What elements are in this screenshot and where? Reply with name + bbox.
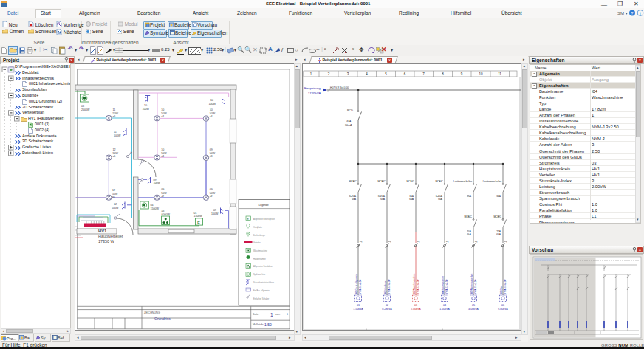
- svg-text:MCB/C: MCB/C: [377, 180, 386, 183]
- svg-text:12: 12: [113, 148, 116, 151]
- svg-text:6.00kVA: 6.00kVA: [498, 308, 508, 311]
- svg-text:25A: 25A: [467, 195, 472, 198]
- svg-text:Hauptverteiler: Hauptverteiler: [98, 234, 123, 238]
- svg-text:MCB/C: MCB/C: [349, 180, 357, 183]
- svg-text:Maßstab:: Maßstab:: [253, 323, 264, 326]
- svg-text:Herdplatte: Herdplatte: [253, 226, 263, 229]
- svg-text:Schutzkontaktsteckdose: Schutzkontaktsteckdose: [253, 281, 275, 284]
- svg-text:06: 06: [501, 304, 504, 307]
- svg-text:Allgemeine Steckdose: Allgemeine Steckdose: [253, 265, 273, 268]
- svg-text:L1: L1: [475, 241, 478, 243]
- svg-text:I02 Ventilator: I02 Ventilator: [384, 280, 387, 294]
- svg-text:04: 04: [443, 304, 446, 307]
- svg-text:12: 12: [112, 189, 115, 192]
- svg-text:100W: 100W: [211, 212, 219, 215]
- svg-text:11: 11: [498, 72, 501, 76]
- svg-text:10: 10: [210, 99, 213, 102]
- svg-text:100W: 100W: [209, 103, 216, 106]
- svg-text:03: 03: [81, 105, 84, 108]
- svg-text:11: 11: [114, 131, 117, 134]
- svg-text:6kA: 6kA: [496, 233, 501, 236]
- svg-text:H07 V-R 3x10.00: H07 V-R 3x10.00: [330, 86, 349, 89]
- svg-text:x3: x3: [210, 155, 213, 158]
- svg-text:NYM-J 3x2.50: NYM-J 3x2.50: [388, 280, 391, 294]
- svg-text:I01 Gerät allgemein: I01 Gerät allgemein: [355, 274, 358, 294]
- svg-text:Grundriss: Grundriss: [154, 317, 171, 321]
- svg-text:1.50kVA: 1.50kVA: [439, 308, 450, 311]
- svg-text:17350 W: 17350 W: [98, 239, 114, 243]
- svg-text:10: 10: [144, 104, 147, 107]
- svg-text:NYM-J 3x2.50: NYM-J 3x2.50: [359, 280, 362, 294]
- svg-text:x4: x4: [210, 115, 213, 118]
- svg-text:10: 10: [210, 108, 213, 111]
- svg-text:x2: x2: [210, 195, 213, 198]
- svg-text:12: 12: [114, 203, 117, 206]
- svg-text:05: 05: [472, 304, 475, 307]
- svg-text:E: E: [247, 217, 249, 221]
- svg-text:ZEICHNUNG:: ZEICHNUNG:: [144, 311, 160, 314]
- svg-text:50W: 50W: [113, 112, 119, 115]
- svg-text:Seite:: Seite:: [253, 313, 259, 316]
- svg-text:x5: x5: [113, 155, 116, 158]
- svg-text:x4: x4: [161, 115, 164, 118]
- svg-text:6kA: 6kA: [438, 198, 442, 201]
- svg-text:6kA: 6kA: [467, 233, 471, 236]
- svg-text:50W: 50W: [210, 112, 216, 115]
- svg-text:0.28kVA: 0.28kVA: [382, 308, 392, 311]
- svg-text:09: 09: [210, 188, 213, 191]
- svg-text:NYM-J 5x2.50: NYM-J 5x2.50: [474, 280, 477, 294]
- svg-text:E: E: [197, 221, 200, 225]
- svg-text:NYM-J 5x2.50: NYM-J 5x2.50: [504, 280, 507, 294]
- svg-text:MCB/C: MCB/C: [464, 215, 472, 218]
- svg-text:09: 09: [213, 209, 216, 212]
- svg-text:2.00kVA: 2.00kVA: [411, 308, 421, 311]
- svg-text:100W: 100W: [154, 182, 161, 184]
- svg-text:Deckenlampe: Deckenlampe: [253, 234, 265, 237]
- svg-text:30mA: 30mA: [345, 124, 352, 127]
- svg-text:NYM-J 3x2.50: NYM-J 3x2.50: [417, 280, 419, 294]
- svg-text:i: i: [640, 11, 640, 15]
- svg-text:6000W: 6000W: [162, 213, 171, 216]
- svg-text:50W: 50W: [161, 192, 167, 195]
- svg-text:10: 10: [161, 108, 164, 111]
- svg-text:50W: 50W: [113, 152, 119, 155]
- svg-text:50W: 50W: [210, 152, 216, 155]
- svg-text:MCB/C: MCB/C: [406, 180, 414, 183]
- svg-text:I03 Waschmaschine: I03 Waschmaschine: [413, 273, 416, 294]
- svg-text:Verteiler: Verteiler: [253, 241, 261, 244]
- svg-text:50W: 50W: [161, 152, 167, 155]
- svg-text:Waschmaschine: Waschmaschine: [253, 249, 267, 252]
- svg-text:Ein/Aus- allgemein: Ein/Aus- allgemein: [253, 289, 270, 292]
- svg-text:MCB/C: MCB/C: [435, 180, 443, 183]
- svg-text:Spülmaschine: Spülmaschine: [253, 273, 266, 276]
- svg-text:MCB/C: MCB/C: [493, 215, 501, 218]
- svg-text:x4: x4: [161, 155, 164, 158]
- svg-text:4.00kVA: 4.00kVA: [468, 308, 479, 311]
- svg-text:11: 11: [113, 108, 116, 111]
- svg-text:von:: von:: [275, 313, 281, 316]
- svg-text:100W: 100W: [143, 108, 150, 111]
- svg-text:01: 01: [357, 304, 360, 307]
- svg-text:6kA: 6kA: [380, 198, 385, 201]
- svg-text:RCD: RCD: [347, 109, 353, 112]
- svg-text:40A: 40A: [346, 120, 352, 123]
- svg-text:32A: 32A: [496, 195, 501, 198]
- svg-text:50W: 50W: [210, 192, 216, 195]
- svg-text:6kA: 6kA: [352, 198, 356, 201]
- svg-text:Allgemeine Elektrogeräte: Allgemeine Elektrogeräte: [253, 218, 275, 221]
- svg-text:6kA: 6kA: [409, 198, 414, 201]
- svg-text:09: 09: [154, 179, 157, 182]
- svg-text:03: 03: [414, 304, 417, 307]
- svg-text:HV1: HV1: [98, 229, 107, 233]
- svg-text:I04 Spülmaschine: I04 Spülmaschine: [442, 275, 445, 294]
- svg-text:x5: x5: [112, 196, 115, 198]
- svg-text:1: 1: [270, 312, 273, 317]
- svg-text:Einfacher Schalter: Einfacher Schalter: [253, 297, 269, 300]
- svg-text:10: 10: [161, 148, 164, 151]
- svg-text:1:50: 1:50: [264, 322, 272, 327]
- svg-text:04: 04: [151, 204, 154, 207]
- svg-text:100W: 100W: [114, 134, 121, 137]
- svg-text:Halogenlampe: Halogenlampe: [253, 258, 266, 260]
- svg-text:1500W: 1500W: [151, 207, 160, 210]
- svg-text:L1: L1: [388, 241, 391, 243]
